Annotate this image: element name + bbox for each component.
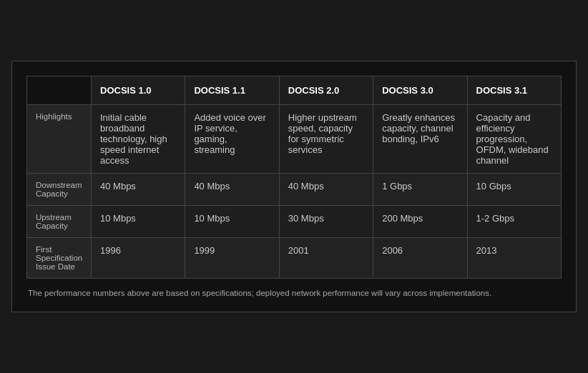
header-row: DOCSIS 1.0 DOCSIS 1.1 DOCSIS 2.0 DOCSIS … [27, 76, 562, 105]
upstream-label: Upstream Capacity [27, 206, 92, 238]
comparison-table-wrapper: DOCSIS 1.0 DOCSIS 1.1 DOCSIS 2.0 DOCSIS … [11, 61, 577, 312]
upstream-docsis11: 10 Mbps [185, 206, 279, 238]
downstream-docsis30: 1 Gbps [373, 174, 467, 206]
header-docsis10: DOCSIS 1.0 [92, 76, 185, 105]
docsis-comparison-table: DOCSIS 1.0 DOCSIS 1.1 DOCSIS 2.0 DOCSIS … [26, 76, 562, 279]
footnote-text: The performance numbers above are based … [26, 289, 562, 297]
highlights-docsis31: Capacity and efficiency progression, OFD… [467, 105, 561, 174]
downstream-label: Downstream Capacity [27, 174, 92, 206]
highlights-docsis11: Added voice over IP service, gaming, str… [185, 105, 279, 174]
upstream-docsis31: 1-2 Gbps [467, 206, 561, 238]
header-docsis11: DOCSIS 1.1 [185, 76, 279, 105]
highlights-label: Highlights [27, 105, 92, 174]
header-empty [27, 76, 92, 105]
upstream-docsis10: 10 Mbps [92, 206, 185, 238]
spec-date-row: First Specification Issue Date 1996 1999… [27, 238, 562, 279]
downstream-docsis10: 40 Mbps [92, 174, 185, 206]
highlights-docsis10: Initial cable broadband technology, high… [92, 105, 185, 174]
highlights-docsis30: Greatly enhances capacity, channel bondi… [373, 105, 467, 174]
upstream-row: Upstream Capacity 10 Mbps 10 Mbps 30 Mbp… [27, 206, 562, 238]
downstream-docsis31: 10 Gbps [467, 174, 561, 206]
upstream-docsis20: 30 Mbps [279, 206, 373, 238]
spec-date-docsis10: 1996 [92, 238, 185, 279]
spec-date-docsis11: 1999 [185, 238, 279, 279]
header-docsis20: DOCSIS 2.0 [279, 76, 373, 105]
highlights-docsis20: Higher upstream speed, capacity for symm… [279, 105, 373, 174]
spec-date-docsis30: 2006 [373, 238, 467, 279]
downstream-docsis11: 40 Mbps [185, 174, 279, 206]
upstream-docsis30: 200 Mbps [373, 206, 467, 238]
spec-date-docsis20: 2001 [279, 238, 373, 279]
downstream-row: Downstream Capacity 40 Mbps 40 Mbps 40 M… [27, 174, 562, 206]
highlights-row: Highlights Initial cable broadband techn… [27, 105, 562, 174]
spec-date-label: First Specification Issue Date [27, 238, 92, 279]
header-docsis30: DOCSIS 3.0 [373, 76, 467, 105]
spec-date-docsis31: 2013 [467, 238, 561, 279]
header-docsis31: DOCSIS 3.1 [467, 76, 561, 105]
downstream-docsis20: 40 Mbps [279, 174, 373, 206]
